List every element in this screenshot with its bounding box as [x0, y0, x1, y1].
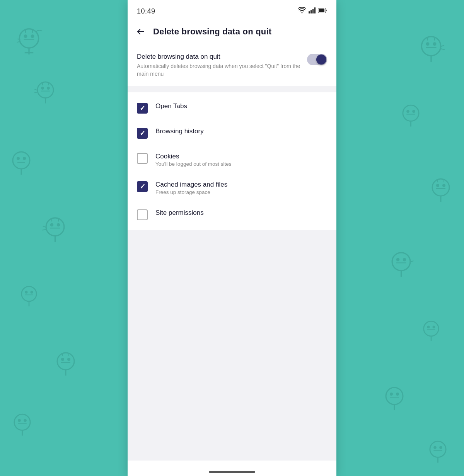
- checkbox-cookies[interactable]: Cookies You'll be logged out of most sit…: [128, 146, 336, 174]
- status-bar: 10:49: [128, 0, 336, 20]
- phone-screen: 10:49: [128, 0, 336, 476]
- svg-rect-97: [314, 7, 316, 14]
- checkbox-open-tabs[interactable]: ✓ Open Tabs: [128, 95, 336, 121]
- content-area: Delete browsing data on quit Automatical…: [128, 45, 336, 461]
- checkbox-browsing-history[interactable]: ✓ Browsing history: [128, 121, 336, 146]
- svg-rect-94: [309, 11, 310, 14]
- checkbox-label-open-tabs: Open Tabs: [155, 102, 327, 110]
- toggle-title: Delete browsing data on quit: [137, 53, 301, 61]
- wifi-icon: [298, 7, 306, 15]
- checkbox-box-cookies: [137, 153, 148, 164]
- checkmark-cached-images: ✓: [140, 183, 145, 190]
- checkmark-browsing-history: ✓: [140, 130, 145, 137]
- battery-icon: [318, 8, 327, 15]
- checkbox-text-cached-images: Cached images and files Frees up storage…: [155, 181, 327, 195]
- toggle-row: Delete browsing data on quit Automatical…: [137, 53, 327, 78]
- checkbox-sub-cookies: You'll be logged out of most sites: [155, 161, 327, 167]
- toggle-description: Automatically deletes browsing data when…: [137, 62, 301, 78]
- checkbox-label-site-permissions: Site permissions: [155, 209, 327, 217]
- status-time: 10:49: [137, 7, 155, 15]
- header: Delete browsing data on quit: [128, 20, 336, 45]
- signal-icon: [309, 7, 316, 15]
- checkbox-sub-cached-images: Frees up storage space: [155, 189, 327, 195]
- toggle-track: [307, 54, 327, 65]
- checkbox-cached-images[interactable]: ✓ Cached images and files Frees up stora…: [128, 174, 336, 202]
- status-icons: [298, 7, 327, 15]
- checkbox-box-open-tabs: ✓: [137, 103, 148, 114]
- bottom-bar: [128, 461, 336, 476]
- checkbox-label-cached-images: Cached images and files: [155, 181, 327, 189]
- checkbox-text-cookies: Cookies You'll be logged out of most sit…: [155, 153, 327, 167]
- checkbox-label-cookies: Cookies: [155, 153, 327, 160]
- checkbox-box-browsing-history: ✓: [137, 128, 148, 139]
- checkbox-label-browsing-history: Browsing history: [155, 128, 327, 135]
- main-toggle-switch[interactable]: [307, 54, 327, 65]
- back-button[interactable]: [133, 24, 148, 39]
- svg-rect-96: [312, 9, 314, 14]
- checkbox-site-permissions[interactable]: Site permissions: [128, 202, 336, 227]
- checkboxes-section: ✓ Open Tabs ✓ Browsing history Cook: [128, 92, 336, 230]
- checkbox-text-browsing-history: Browsing history: [155, 128, 327, 135]
- svg-rect-95: [310, 10, 312, 14]
- svg-rect-99: [319, 8, 324, 12]
- home-indicator: [209, 471, 255, 473]
- checkbox-box-cached-images: ✓: [137, 181, 148, 192]
- toggle-thumb: [316, 54, 326, 65]
- checkmark-open-tabs: ✓: [140, 105, 145, 112]
- checkbox-box-site-permissions: [137, 209, 148, 220]
- page-title: Delete browsing data on quit: [153, 27, 271, 37]
- toggle-text: Delete browsing data on quit Automatical…: [137, 53, 301, 78]
- checkbox-text-site-permissions: Site permissions: [155, 209, 327, 217]
- main-toggle-section: Delete browsing data on quit Automatical…: [128, 45, 336, 86]
- checkbox-text-open-tabs: Open Tabs: [155, 102, 327, 110]
